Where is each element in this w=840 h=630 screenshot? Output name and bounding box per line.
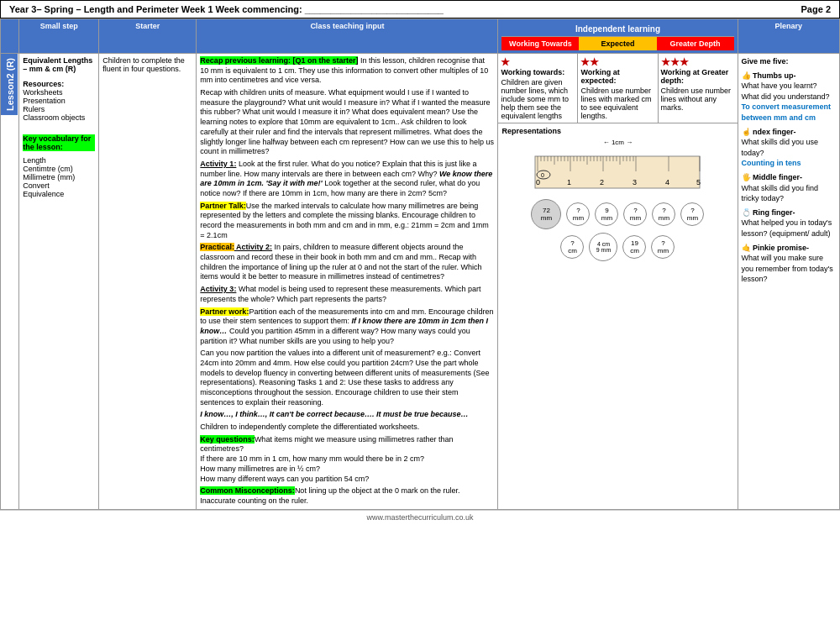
q3: How many different ways can you partitio… bbox=[200, 475, 494, 485]
vocab-mm: Millimetre (mm) bbox=[23, 173, 95, 181]
exp-content: ★★ Working at expected: Children use num… bbox=[578, 54, 658, 123]
pinkie-icon: 🤙 bbox=[742, 244, 751, 252]
working-towards-header: Working Towards bbox=[501, 37, 579, 50]
partner-work2: Could you partition 45mm in a different … bbox=[200, 327, 470, 345]
thumbs-section: 👍 Thumbs up- What have you learnt? What … bbox=[742, 71, 836, 123]
key-vocab-section: Key vocabulary for the lesson: Length Ce… bbox=[23, 134, 95, 198]
resources-label: Resources: bbox=[23, 80, 95, 88]
svg-text:0: 0 bbox=[536, 178, 540, 186]
activity1-label: Activity 1: bbox=[200, 160, 236, 168]
circle-q5: ?mm bbox=[651, 235, 675, 259]
circle-q2: ?mm bbox=[623, 202, 647, 226]
recap-label: Recap previous learning: [Q1 on the star… bbox=[200, 56, 358, 65]
wt-body: Children are given number lines, which i… bbox=[501, 78, 575, 120]
resource-rulers: Rulers bbox=[23, 105, 95, 113]
vocab-convert: Convert bbox=[23, 181, 95, 190]
svg-rect-0 bbox=[535, 156, 700, 188]
starter-cell: Children to complete the fluent in four … bbox=[99, 54, 197, 510]
index-label: ndex finger- bbox=[753, 128, 796, 136]
to-convert: To convert measurement between mm and cm bbox=[742, 102, 831, 122]
resource-classroom: Classroom objects bbox=[23, 113, 95, 122]
independent-header-label: Independent learning bbox=[501, 22, 733, 36]
gd-stars: ★★★ bbox=[661, 56, 735, 68]
middle-icon: 🖐 bbox=[742, 173, 751, 181]
circle-q3: ?mm bbox=[652, 202, 675, 226]
circle-19cm: 19cm bbox=[622, 235, 646, 259]
pinkie-label: Pinkie promise- bbox=[753, 244, 809, 252]
misconceptions-label: Common Misconceptions: bbox=[200, 486, 295, 495]
gd-content: ★★★ Working at Greater depth: Children u… bbox=[659, 54, 738, 123]
key-q-label: Key questions: bbox=[200, 435, 255, 444]
vocab-cm: Centimtre (cm) bbox=[23, 165, 95, 173]
circle-9mm: 9mm bbox=[595, 202, 618, 226]
footer-url: www.masterthecurriculum.co.uk bbox=[366, 513, 473, 522]
activity2-label: Activity 2: bbox=[234, 243, 272, 251]
class-teaching-header: Class teaching input bbox=[197, 19, 498, 54]
index-section: ☝ ndex finger- What skills did you use t… bbox=[742, 127, 836, 169]
gd-body: Children use number lines without any ma… bbox=[661, 87, 735, 112]
i-know: I know…, I think…, It can't be correct b… bbox=[200, 410, 494, 420]
resources-section: Resources: Worksheets Presentation Ruler… bbox=[23, 80, 95, 122]
ring-icon: 💍 bbox=[742, 208, 751, 217]
give-five: Give me five: bbox=[742, 56, 836, 67]
ruler-label: ← 1cm → bbox=[501, 139, 733, 146]
indep-label: Children to independently complete the d… bbox=[200, 423, 494, 433]
expected-header: Expected bbox=[579, 37, 656, 50]
partition-para: Can you now partition the values into a … bbox=[200, 349, 494, 407]
circle-72mm: 72mm bbox=[531, 199, 561, 229]
resource-presentation: Presentation bbox=[23, 97, 95, 105]
plenary-cell: Give me five: 👍 Thumbs up- What have you… bbox=[738, 54, 839, 510]
resource-worksheets: Worksheets bbox=[23, 88, 95, 97]
key-vocab-label: Key vocabulary for the lesson: bbox=[23, 134, 95, 151]
activity3-label: Activity 3: bbox=[200, 285, 236, 293]
thumbs-icon: 👍 bbox=[742, 71, 751, 80]
q1: If there are 10 mm in 1 cm, how many mm … bbox=[200, 454, 494, 465]
partner-talk-label: Partner Talk: bbox=[200, 202, 245, 210]
circle-q4: ?mm bbox=[680, 202, 704, 226]
exp-stars: ★★ bbox=[580, 56, 654, 68]
ring-q: What helped you in today's lesson? (equi… bbox=[742, 218, 832, 238]
class-teaching-cell: Recap previous learning: [Q1 on the star… bbox=[197, 54, 498, 510]
index-icon: ☝ bbox=[742, 128, 751, 136]
gd-heading: Working at Greater depth: bbox=[661, 68, 735, 85]
independent-cell: ★ Working towards: Children are given nu… bbox=[498, 54, 738, 510]
small-step-title: Equivalent Lengths – mm & cm (R) bbox=[23, 56, 95, 73]
greater-depth-header: Greater Depth bbox=[657, 37, 734, 50]
svg-text:0: 0 bbox=[541, 172, 544, 178]
para2: Recap with children units of measure. Wh… bbox=[200, 88, 494, 157]
page-header: Year 3– Spring – Length and Perimeter We… bbox=[0, 0, 840, 18]
svg-text:4: 4 bbox=[665, 178, 669, 186]
wt-star: ★ bbox=[501, 56, 575, 68]
svg-text:3: 3 bbox=[633, 178, 637, 186]
q2: How many millimetres are in ½ cm? bbox=[200, 465, 494, 475]
page-title: Year 3– Spring – Length and Perimeter We… bbox=[9, 4, 444, 14]
plenary-header: Plenary bbox=[738, 19, 839, 54]
exp-body: Children use number lines with marked cm… bbox=[580, 87, 654, 120]
wt-content: ★ Working towards: Children are given nu… bbox=[498, 54, 578, 123]
thumbs-label: Thumbs up- bbox=[753, 71, 796, 80]
indep-content-row: ★ Working towards: Children are given nu… bbox=[498, 54, 737, 123]
wt-heading: Working towards: bbox=[501, 68, 575, 76]
representations-label: Representations bbox=[501, 127, 733, 135]
small-step-header: Small step bbox=[19, 19, 99, 54]
page-footer: www.masterthecurriculum.co.uk bbox=[0, 510, 840, 524]
circles-representation: 72mm ?mm 9mm ?mm bbox=[501, 199, 733, 261]
small-step-cell: Equivalent Lengths – mm & cm (R) Resourc… bbox=[19, 54, 99, 510]
circle-qcm: ?cm bbox=[560, 235, 584, 259]
circle-4cm9mm: 4 cm9 mm bbox=[589, 233, 617, 261]
ring-label: Ring finger- bbox=[753, 208, 795, 217]
svg-text:1: 1 bbox=[567, 178, 571, 186]
middle-section: 🖐 Middle finger- What skills did you fin… bbox=[742, 172, 836, 204]
ruler-svg: 0 1 2 3 4 5 0 bbox=[533, 148, 701, 194]
ring-section: 💍 Ring finger- What helped you in today'… bbox=[742, 207, 836, 239]
lesson-col-header bbox=[1, 19, 19, 54]
pinkie-section: 🤙 Pinkie promise- What will you make sur… bbox=[742, 243, 836, 285]
practical-label: Practical: bbox=[200, 243, 234, 251]
counting: Counting in tens bbox=[742, 159, 801, 167]
lesson-label-cell: Lesson2 (R) bbox=[1, 54, 19, 510]
representations-section: Representations ← 1cm → bbox=[498, 123, 737, 265]
partner-work-label: Partner work: bbox=[200, 307, 249, 316]
page-number: Page 2 bbox=[801, 4, 831, 14]
circles-row2: ?cm 4 cm9 mm 19cm ?mm bbox=[501, 233, 733, 261]
independent-header: Independent learning Working Towards Exp… bbox=[498, 19, 738, 54]
